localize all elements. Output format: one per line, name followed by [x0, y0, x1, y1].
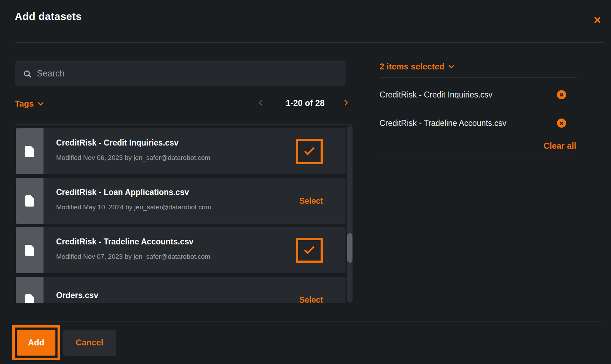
selected-item-name: CreditRisk - Credit Inquiries.csv [380, 90, 492, 99]
dataset-name: CreditRisk - Loan Applications.csv [56, 188, 211, 197]
pagination-prev-button[interactable] [260, 101, 264, 106]
selected-items-dropdown[interactable]: 2 items selected [380, 62, 454, 72]
dataset-modified: Modified Nov 06, 2023 by jen_safer@datar… [56, 154, 210, 162]
dataset-select-button[interactable]: Select [299, 295, 323, 303]
pagination-next-button[interactable] [343, 101, 347, 106]
header-divider [15, 42, 604, 43]
dataset-selected-checkbox[interactable] [296, 238, 323, 263]
file-icon [25, 146, 34, 157]
file-icon [25, 294, 34, 304]
selection-panel-divider [380, 155, 577, 155]
dataset-modified: Modified Nov 07, 2023 by jen_safer@datar… [56, 253, 210, 261]
search-input[interactable] [36, 68, 345, 79]
search-icon [24, 70, 30, 76]
dataset-icon-block [16, 128, 43, 174]
remove-item-button[interactable] [557, 90, 566, 99]
dataset-icon-block [16, 227, 43, 273]
dataset-row[interactable]: CreditRisk - Credit Inquiries.csv Modifi… [16, 128, 345, 174]
dataset-info: CreditRisk - Loan Applications.csv Modif… [43, 178, 211, 224]
page-title: Add datasets [15, 11, 82, 22]
footer-divider [15, 322, 604, 322]
dataset-row[interactable]: CreditRisk - Loan Applications.csv Modif… [16, 178, 345, 224]
dataset-info: Orders.csv [43, 277, 98, 303]
dataset-row[interactable]: CreditRisk - Tradeline Accounts.csv Modi… [16, 227, 345, 273]
dataset-row[interactable]: Orders.csv Select [16, 277, 345, 303]
tags-filter-dropdown[interactable]: Tags [15, 99, 43, 109]
dataset-info: CreditRisk - Tradeline Accounts.csv Modi… [43, 227, 210, 273]
add-button[interactable]: Add [17, 330, 55, 356]
dataset-selected-checkbox[interactable] [296, 139, 323, 164]
remove-item-button[interactable] [557, 119, 566, 128]
dataset-name: Orders.csv [56, 291, 98, 300]
tags-label: Tags [15, 99, 34, 109]
dataset-icon-block [16, 178, 43, 224]
dataset-name: CreditRisk - Credit Inquiries.csv [56, 138, 210, 148]
file-icon [25, 245, 34, 256]
selected-item-name: CreditRisk - Tradeline Accounts.csv [380, 119, 506, 128]
scrollbar-thumb[interactable] [347, 233, 352, 263]
clear-all-button[interactable]: Clear all [380, 141, 576, 151]
pagination-range: 1-20 of 28 [277, 98, 333, 108]
dataset-modified: Modified May 10, 2024 by jen_safer@datar… [56, 203, 211, 211]
selected-items-count: 2 items selected [380, 62, 444, 72]
selected-item: CreditRisk - Credit Inquiries.csv [380, 90, 577, 100]
dataset-info: CreditRisk - Credit Inquiries.csv Modifi… [43, 128, 210, 174]
chevron-down-icon [38, 100, 44, 106]
close-button[interactable] [591, 14, 603, 26]
selected-item: CreditRisk - Tradeline Accounts.csv [380, 118, 577, 128]
dataset-icon-block [16, 277, 43, 303]
checkmark-icon [304, 244, 315, 254]
selection-panel-divider [380, 77, 577, 78]
file-icon [25, 195, 34, 207]
chevron-right-icon [342, 100, 348, 106]
search-box[interactable] [15, 61, 345, 86]
chevron-left-icon [259, 100, 265, 106]
cancel-button[interactable]: Cancel [63, 330, 116, 356]
add-button-highlight: Add [12, 325, 60, 360]
dataset-list: CreditRisk - Credit Inquiries.csv Modifi… [15, 124, 352, 303]
chevron-down-icon [449, 63, 455, 69]
add-datasets-modal: Add datasets Tags 1-20 of 28 CreditRisk … [0, 0, 611, 364]
checkmark-icon [304, 145, 315, 155]
dataset-select-button[interactable]: Select [299, 196, 323, 205]
dataset-name: CreditRisk - Tradeline Accounts.csv [56, 237, 210, 247]
scrollbar-track[interactable] [347, 126, 352, 303]
